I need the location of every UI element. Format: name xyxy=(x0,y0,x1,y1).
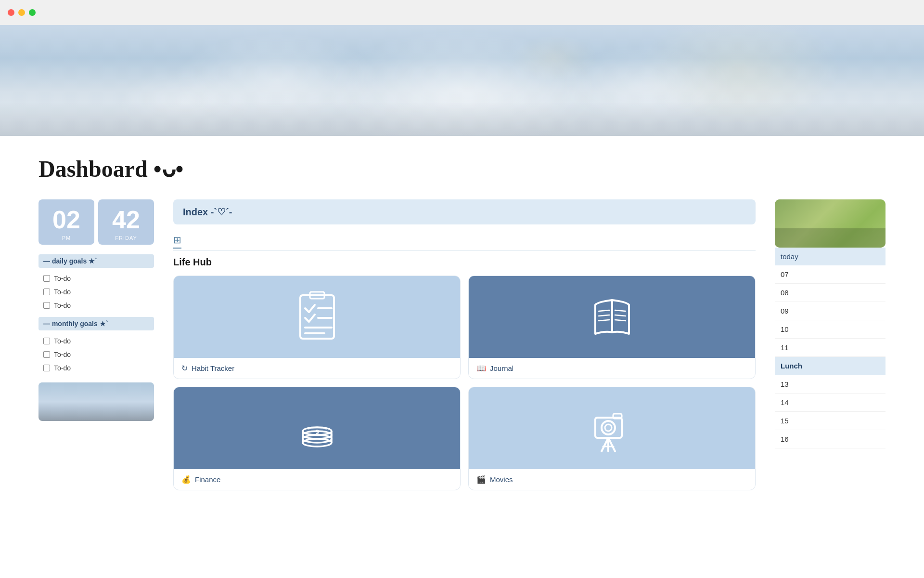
hero-banner xyxy=(0,25,924,136)
card-image-finance: $ xyxy=(174,387,460,469)
today-label: today xyxy=(781,252,798,261)
todo-item-monthly-2[interactable]: To-do xyxy=(38,348,154,361)
schedule-list: today 07 08 09 10 11 Lunch 13 14 15 16 xyxy=(775,248,886,448)
schedule-item-07: 07 xyxy=(775,265,886,284)
todo-item-daily-1[interactable]: To-do xyxy=(38,272,154,285)
clock-hour: 02 xyxy=(48,207,85,232)
svg-line-10 xyxy=(615,310,626,311)
three-column-layout: 02 PM 42 FRIDAY — daily goals ★` To-do T… xyxy=(38,199,886,490)
clock-day: FRIDAY xyxy=(108,235,144,241)
schedule-item-08: 08 xyxy=(775,284,886,302)
titlebar xyxy=(0,0,924,25)
todo-label-daily-3: To-do xyxy=(54,302,71,309)
card-image-movies xyxy=(469,387,755,469)
refresh-icon: ↻ xyxy=(181,364,188,373)
movies-icon xyxy=(588,399,636,457)
schedule-item-09: 09 xyxy=(775,302,886,320)
todo-item-daily-3[interactable]: To-do xyxy=(38,299,154,312)
checkbox-daily-1[interactable] xyxy=(43,275,50,282)
clock-minute-box: 42 FRIDAY xyxy=(98,199,154,245)
clock-minute: 42 xyxy=(108,207,144,232)
todo-label-monthly-3: To-do xyxy=(54,364,71,372)
checkbox-daily-3[interactable] xyxy=(43,302,50,309)
card-footer-journal: 📖 Journal xyxy=(469,358,755,379)
card-journal[interactable]: 📖 Journal xyxy=(468,276,756,379)
svg-point-25 xyxy=(602,421,615,434)
thumbnail-preview xyxy=(38,382,154,421)
svg-line-7 xyxy=(599,310,609,311)
schedule-item-10: 10 xyxy=(775,320,886,339)
coin-icon: 💰 xyxy=(181,475,191,484)
clock-widget: 02 PM 42 FRIDAY xyxy=(38,199,154,245)
svg-text:$: $ xyxy=(315,429,319,435)
monthly-goals-header: — monthly goals ★` xyxy=(38,317,154,330)
svg-line-30 xyxy=(608,438,615,451)
page-title: Dashboard •ᴗ• xyxy=(38,155,886,182)
todo-label-monthly-2: To-do xyxy=(54,351,71,358)
todo-label-daily-1: To-do xyxy=(54,275,71,282)
schedule-item-16: 16 xyxy=(775,430,886,448)
index-bar: Index -`♡´- xyxy=(173,199,756,224)
middle-column: Index -`♡´- ⊞ Life Hub xyxy=(173,199,756,490)
todo-item-monthly-3[interactable]: To-do xyxy=(38,361,154,375)
life-hub-title: Life Hub xyxy=(173,257,756,268)
schedule-item-15: 15 xyxy=(775,412,886,430)
checkbox-monthly-2[interactable] xyxy=(43,351,50,358)
svg-line-9 xyxy=(599,320,609,321)
card-label-finance: Finance xyxy=(195,475,220,484)
video-thumbnail[interactable] xyxy=(775,199,886,248)
card-label-movies: Movies xyxy=(490,475,513,484)
card-finance[interactable]: $ 💰 Finance xyxy=(173,387,461,490)
finance-icon: $ xyxy=(293,399,341,457)
svg-line-11 xyxy=(615,315,626,316)
card-footer-movies: 🎬 Movies xyxy=(469,469,755,490)
card-footer-habit-tracker: ↻ Habit Tracker xyxy=(174,358,460,379)
card-habit-tracker[interactable]: ↻ Habit Tracker xyxy=(173,276,461,379)
svg-line-12 xyxy=(615,320,626,321)
main-content: Dashboard •ᴗ• 02 PM 42 FRIDAY — daily go… xyxy=(0,136,924,510)
movie-icon: 🎬 xyxy=(476,475,486,484)
svg-rect-27 xyxy=(613,414,622,419)
clock-hour-box: 02 PM xyxy=(38,199,94,245)
minimize-button[interactable] xyxy=(18,9,25,16)
checkbox-daily-2[interactable] xyxy=(43,289,50,295)
schedule-item-13: 13 xyxy=(775,375,886,394)
card-label-journal: Journal xyxy=(490,364,513,372)
todo-item-daily-2[interactable]: To-do xyxy=(38,285,154,299)
svg-point-26 xyxy=(605,424,612,431)
checkbox-monthly-1[interactable] xyxy=(43,338,50,344)
habit-tracker-icon xyxy=(293,288,341,346)
card-image-habit-tracker xyxy=(174,276,460,358)
svg-line-28 xyxy=(602,438,608,451)
schedule-today: today xyxy=(775,248,886,265)
checkbox-monthly-3[interactable] xyxy=(43,365,50,371)
book-icon: 📖 xyxy=(476,364,486,373)
schedule-item-14: 14 xyxy=(775,394,886,412)
schedule-item-lunch: Lunch xyxy=(775,357,886,375)
cards-grid: ↻ Habit Tracker xyxy=(173,276,756,490)
maximize-button[interactable] xyxy=(29,9,36,16)
svg-line-8 xyxy=(599,315,609,316)
card-image-journal xyxy=(469,276,755,358)
card-label-habit-tracker: Habit Tracker xyxy=(192,364,234,372)
grid-icon[interactable]: ⊞ xyxy=(173,232,181,249)
card-movies[interactable]: 🎬 Movies xyxy=(468,387,756,490)
left-column: 02 PM 42 FRIDAY — daily goals ★` To-do T… xyxy=(38,199,154,421)
todo-label-daily-2: To-do xyxy=(54,288,71,296)
right-column: today 07 08 09 10 11 Lunch 13 14 15 16 xyxy=(775,199,886,448)
todo-label-monthly-1: To-do xyxy=(54,337,71,345)
close-button[interactable] xyxy=(8,9,14,16)
daily-goals-header: — daily goals ★` xyxy=(38,254,154,268)
todo-item-monthly-1[interactable]: To-do xyxy=(38,334,154,348)
journal-icon xyxy=(588,288,636,346)
schedule-item-11: 11 xyxy=(775,339,886,357)
clock-period: PM xyxy=(48,235,85,241)
card-footer-finance: 💰 Finance xyxy=(174,469,460,490)
